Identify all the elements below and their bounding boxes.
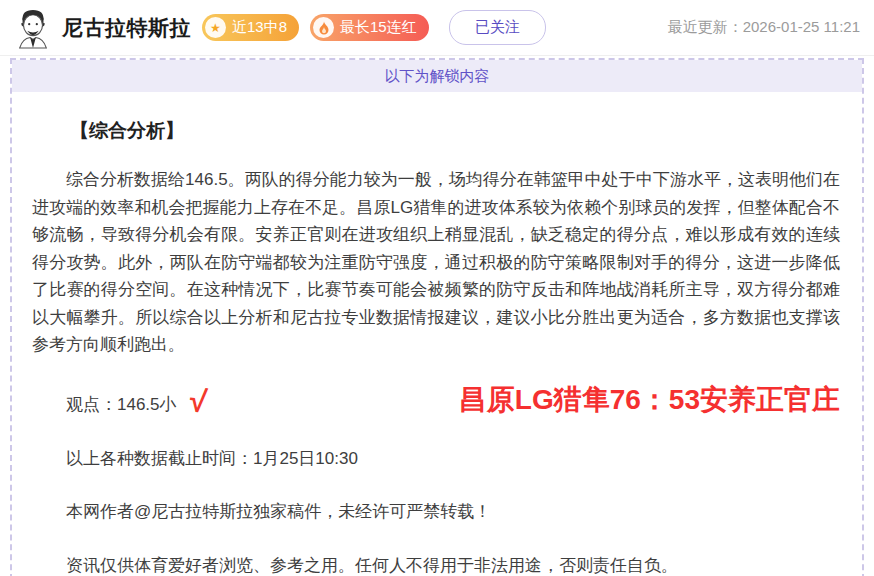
hit-rate-badge: ★ 近13中8: [202, 14, 299, 41]
last-update-label: 最近更新：: [668, 18, 743, 35]
author-name[interactable]: 尼古拉特斯拉: [62, 14, 191, 42]
streak-badge-label: 最长15连红: [340, 18, 417, 37]
viewpoint-row: 观点：146.5小√ 昌原LG猎隼76：53安养正官庄: [32, 381, 840, 419]
viewpoint-value: 146.5小: [117, 395, 177, 414]
streak-badge: 最长15连红: [310, 14, 429, 41]
followed-button[interactable]: 已关注: [449, 10, 546, 45]
star-icon: ★: [205, 17, 226, 38]
final-score: 昌原LG猎隼76：53安养正官庄: [459, 381, 840, 419]
unlocked-content-box: 以下为解锁内容 【综合分析】 综合分析数据给146.5。两队的得分能力较为一般，…: [10, 58, 864, 576]
data-cutoff-note: 以上各种数据截止时间：1月25日10:30: [32, 445, 840, 473]
star-glyph: ★: [210, 21, 221, 33]
last-update-time: 2026-01-25 11:21: [743, 18, 860, 35]
viewpoint: 观点：146.5小√: [32, 384, 207, 416]
checkmark-icon: √: [188, 385, 208, 418]
copyright-note: 本网作者@尼古拉特斯拉独家稿件，未经许可严禁转载！: [32, 498, 840, 526]
article-body: 【综合分析】 综合分析数据给146.5。两队的得分能力较为一般，场均得分在韩篮甲…: [12, 118, 862, 576]
hit-rate-badge-label: 近13中8: [232, 18, 287, 37]
last-update: 最近更新：2026-01-25 11:21: [668, 18, 860, 37]
section-title: 【综合分析】: [32, 118, 840, 144]
tesla-portrait-icon: [14, 7, 52, 49]
viewpoint-label: 观点：: [66, 395, 117, 414]
avatar[interactable]: [14, 7, 52, 49]
unlock-banner: 以下为解锁内容: [12, 60, 862, 92]
disclaimer-note: 资讯仅供体育爱好者浏览、参考之用。任何人不得用于非法用途，否则责任自负。: [32, 552, 840, 576]
author-header: 尼古拉特斯拉 ★ 近13中8 最长15连红 已关注 最近更新：2026-01-2…: [0, 0, 874, 56]
analysis-paragraph: 综合分析数据给146.5。两队的得分能力较为一般，场均得分在韩篮甲中处于中下游水…: [32, 166, 840, 359]
flame-icon: [313, 17, 334, 38]
